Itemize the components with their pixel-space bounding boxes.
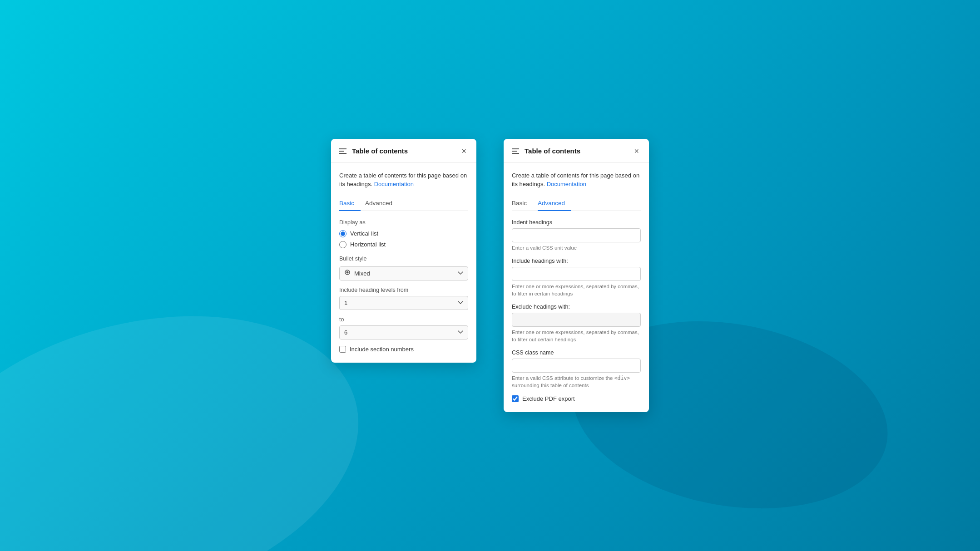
radio-horizontal-label: Horizontal list <box>350 241 386 248</box>
exclude-pdf-label: Exclude PDF export <box>522 395 575 402</box>
dialog-basic-title: Table of contents <box>352 147 460 155</box>
dialog-basic-header: Table of contents × <box>331 139 476 163</box>
heading-from-select[interactable]: 1 2 3 4 5 6 <box>339 296 468 310</box>
dialog-advanced-header: Table of contents × <box>504 139 649 163</box>
indent-headings-hint: Enter a valid CSS unit value <box>512 244 641 251</box>
tab-advanced[interactable]: Advanced <box>365 196 399 211</box>
include-section-numbers-label: Include section numbers <box>350 346 414 353</box>
dialog-basic-doc-link[interactable]: Documentation <box>374 181 414 187</box>
dialog-advanced-tabs: Basic Advanced <box>512 196 641 211</box>
bullet-style-select-wrapper: Mixed None Disc Circle Square <box>339 266 468 280</box>
dialog-advanced-close-button[interactable]: × <box>632 146 641 156</box>
include-headings-with-label: Include headings with: <box>512 258 641 264</box>
css-class-name-label: CSS class name <box>512 349 641 356</box>
heading-levels-group: Include heading levels from 1 2 3 4 5 6 <box>339 287 468 310</box>
dialog-basic: Table of contents × Create a table of co… <box>331 139 476 363</box>
to-label: to <box>339 316 468 323</box>
radio-vertical-input[interactable] <box>339 230 346 237</box>
exclude-headings-with-input[interactable] <box>512 313 641 327</box>
css-class-name-hint: Enter a valid CSS attribute to customize… <box>512 374 641 389</box>
exclude-headings-with-hint: Enter one or more expressions, separated… <box>512 329 641 343</box>
dialog-basic-tabs: Basic Advanced <box>339 196 468 211</box>
heading-levels-label: Include heading levels from <box>339 287 468 293</box>
include-section-numbers-checkbox[interactable] <box>339 346 346 353</box>
include-section-numbers-option[interactable]: Include section numbers <box>339 346 468 353</box>
heading-to-group: to 1 2 3 4 5 6 <box>339 316 468 339</box>
display-as-label: Display as <box>339 219 468 226</box>
dialog-advanced-doc-link[interactable]: Documentation <box>547 181 586 187</box>
css-class-name-group: CSS class name Enter a valid CSS attribu… <box>512 349 641 389</box>
tab-advanced-adv[interactable]: Advanced <box>538 196 571 211</box>
radio-horizontal-input[interactable] <box>339 241 346 248</box>
bullet-style-group: Bullet style Mixed None Disc Circle Squa… <box>339 256 468 280</box>
indent-headings-label: Indent headings <box>512 219 641 226</box>
dialog-advanced-title: Table of contents <box>525 147 632 155</box>
css-class-name-input[interactable] <box>512 359 641 373</box>
dialog-advanced-description: Create a table of contents for this page… <box>512 171 641 189</box>
tab-basic[interactable]: Basic <box>339 196 361 211</box>
radio-vertical[interactable]: Vertical list <box>339 230 468 237</box>
menu-icon <box>339 148 346 154</box>
dialog-advanced: Table of contents × Create a table of co… <box>504 139 649 413</box>
include-headings-with-input[interactable] <box>512 267 641 281</box>
display-as-group: Display as Vertical list Horizontal list <box>339 219 468 248</box>
radio-vertical-label: Vertical list <box>350 230 378 237</box>
exclude-headings-with-group: Exclude headings with: Enter one or more… <box>512 304 641 343</box>
exclude-pdf-checkbox[interactable] <box>512 395 519 402</box>
dialogs-container: Table of contents × Create a table of co… <box>331 139 649 413</box>
bullet-style-label: Bullet style <box>339 256 468 262</box>
dialog-basic-body: Create a table of contents for this page… <box>331 163 476 363</box>
include-headings-with-group: Include headings with: Enter one or more… <box>512 258 641 297</box>
dialog-basic-close-button[interactable]: × <box>460 146 468 156</box>
dialog-advanced-body: Create a table of contents for this page… <box>504 163 649 413</box>
radio-group-display: Vertical list Horizontal list <box>339 230 468 248</box>
menu-icon-advanced <box>512 148 519 154</box>
tab-basic-adv[interactable]: Basic <box>512 196 533 211</box>
indent-headings-input[interactable] <box>512 228 641 242</box>
bullet-style-select[interactable]: Mixed None Disc Circle Square <box>339 266 468 280</box>
indent-headings-group: Indent headings Enter a valid CSS unit v… <box>512 219 641 251</box>
dialog-basic-description: Create a table of contents for this page… <box>339 171 468 189</box>
heading-to-select[interactable]: 1 2 3 4 5 6 <box>339 325 468 339</box>
radio-horizontal[interactable]: Horizontal list <box>339 241 468 248</box>
exclude-headings-with-label: Exclude headings with: <box>512 304 641 310</box>
include-headings-with-hint: Enter one or more expressions, separated… <box>512 283 641 297</box>
exclude-pdf-option[interactable]: Exclude PDF export <box>512 395 641 402</box>
